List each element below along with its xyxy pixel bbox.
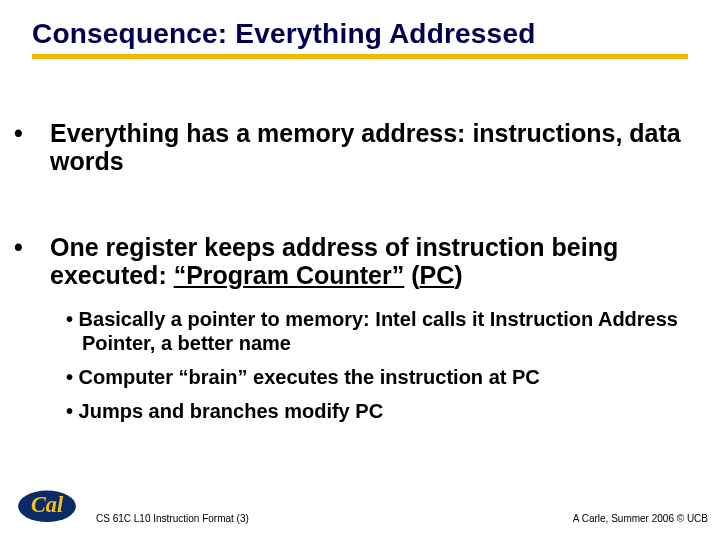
subbullet-1-text: Basically a pointer to memory: Intel cal… <box>79 308 678 354</box>
footer-right: A Carle, Summer 2006 © UCB <box>573 513 708 524</box>
slide: Consequence: Everything Addressed • Ever… <box>0 0 720 540</box>
subbullet-3-text: Jumps and branches modify PC <box>79 400 384 422</box>
pc-abbr: PC <box>420 261 455 289</box>
svg-text:Cal: Cal <box>31 492 64 517</box>
bullet-1: • Everything has a memory address: instr… <box>32 119 688 175</box>
subbullet-2-text: Computer “brain” executes the instructio… <box>79 366 540 388</box>
program-counter-text: “Program Counter” <box>174 261 405 289</box>
bullet-dot: • <box>32 119 50 147</box>
open-paren: ( <box>404 261 419 289</box>
bullet-2: • One register keeps address of instruct… <box>32 233 688 289</box>
subbullet-3: • Jumps and branches modify PC <box>66 399 688 423</box>
footer: Cal CS 61C L10 Instruction Format (3) A … <box>0 482 720 532</box>
slide-title: Consequence: Everything Addressed <box>32 18 688 59</box>
subbullet-1: • Basically a pointer to memory: Intel c… <box>66 307 688 355</box>
subbullet-2: • Computer “brain” executes the instruct… <box>66 365 688 389</box>
close-paren: ) <box>454 261 462 289</box>
subbullet-group: • Basically a pointer to memory: Intel c… <box>66 307 688 423</box>
bullet-1-text: Everything has a memory address: instruc… <box>50 119 681 175</box>
footer-left: CS 61C L10 Instruction Format (3) <box>96 513 249 524</box>
cal-logo: Cal <box>14 484 80 526</box>
bullet-dot: • <box>32 233 50 261</box>
